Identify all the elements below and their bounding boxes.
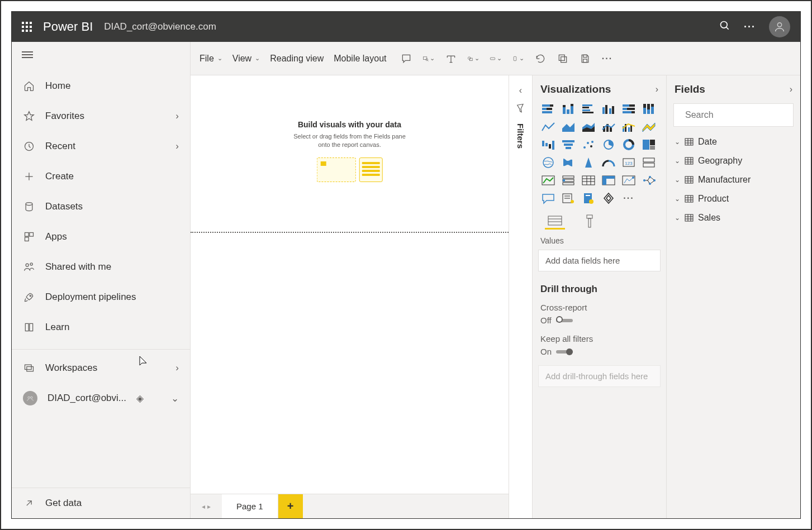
viz-stacked-area-icon[interactable] bbox=[580, 119, 597, 135]
nav-workspaces[interactable]: Workspaces › bbox=[12, 353, 190, 383]
tab-nav-arrows[interactable]: ◂ ▸ bbox=[191, 494, 222, 518]
chevron-right-icon[interactable]: › bbox=[656, 84, 658, 94]
nav-get-data[interactable]: Get data bbox=[12, 488, 190, 518]
viz-map-icon[interactable] bbox=[539, 155, 557, 170]
field-table-manufacturer[interactable]: ⌄ Manufacturer bbox=[667, 170, 800, 189]
shapes-icon[interactable]: ⌄ bbox=[467, 52, 479, 65]
viz-card-icon[interactable]: 123 bbox=[620, 155, 638, 170]
ribbon-file[interactable]: File⌄ bbox=[200, 54, 222, 64]
viz-matrix-icon[interactable] bbox=[600, 173, 618, 188]
nav-home[interactable]: Home bbox=[12, 71, 190, 101]
nav-current-workspace[interactable]: DIAD_cort@obvi... ◈ ⌄ bbox=[12, 383, 190, 413]
cross-report-toggle[interactable]: Off bbox=[540, 316, 658, 325]
viz-fields-tab[interactable] bbox=[545, 213, 565, 230]
explore-icon[interactable]: ⌄ bbox=[422, 52, 435, 65]
viz-decomposition-icon[interactable] bbox=[640, 173, 658, 188]
ribbon-more-icon[interactable]: ··· bbox=[601, 52, 614, 65]
nav-create[interactable]: Create bbox=[12, 161, 190, 192]
left-nav: Home Favorites › Recent › Create bbox=[12, 42, 191, 518]
viz-ribbon-icon[interactable] bbox=[640, 119, 658, 135]
svg-point-108 bbox=[571, 200, 574, 203]
nav-collapse-icon[interactable] bbox=[12, 42, 190, 68]
viz-filled-map-icon[interactable] bbox=[559, 155, 577, 170]
viz-slicer-icon[interactable] bbox=[559, 173, 577, 188]
viz-qa-icon[interactable] bbox=[539, 190, 557, 206]
viz-scatter-icon[interactable] bbox=[580, 137, 597, 152]
nav-pipelines[interactable]: Deployment pipelines bbox=[12, 282, 190, 312]
tab-page-1[interactable]: Page 1 bbox=[222, 494, 278, 518]
ribbon-reading-view[interactable]: Reading view bbox=[270, 54, 324, 64]
viz-clustered-bar-icon[interactable] bbox=[580, 101, 597, 117]
svg-rect-20 bbox=[514, 56, 516, 60]
viz-multi-card-icon[interactable] bbox=[640, 155, 658, 170]
nav-label: Deployment pipelines bbox=[45, 292, 136, 303]
viz-table-icon[interactable] bbox=[580, 173, 597, 188]
viz-pie-icon[interactable] bbox=[600, 137, 618, 152]
viz-powerapps-icon[interactable] bbox=[600, 190, 618, 206]
viz-100-stacked-column-icon[interactable] bbox=[640, 101, 658, 117]
report-canvas[interactable]: Build visuals with your data Select or d… bbox=[191, 75, 509, 494]
viz-format-tab[interactable] bbox=[580, 213, 600, 230]
viz-line-stacked-column-icon[interactable] bbox=[600, 119, 618, 135]
refresh-icon[interactable] bbox=[534, 52, 547, 65]
fields-search[interactable] bbox=[673, 103, 794, 127]
field-table-product[interactable]: ⌄ Product bbox=[667, 189, 800, 208]
viz-funnel-icon[interactable] bbox=[559, 137, 577, 152]
app-launcher-icon[interactable] bbox=[22, 22, 32, 32]
viz-gauge-icon[interactable] bbox=[600, 155, 618, 170]
nav-apps[interactable]: Apps bbox=[12, 222, 190, 252]
viz-area-icon[interactable] bbox=[559, 119, 577, 135]
svg-rect-119 bbox=[685, 139, 693, 145]
fields-search-input[interactable] bbox=[684, 109, 798, 121]
comment-icon[interactable] bbox=[400, 52, 412, 65]
viz-stacked-column-icon[interactable] bbox=[559, 101, 577, 117]
values-drop-well[interactable]: Add data fields here bbox=[538, 250, 661, 271]
nav-learn[interactable]: Learn bbox=[12, 312, 190, 342]
nav-recent[interactable]: Recent › bbox=[12, 131, 190, 161]
filters-pane-collapsed[interactable]: ‹ Filters bbox=[509, 75, 532, 518]
field-table-sales[interactable]: ⌄ Sales bbox=[667, 208, 800, 227]
field-table-date[interactable]: ⌄ Date bbox=[667, 132, 800, 151]
viz-kpi-icon[interactable] bbox=[539, 173, 557, 188]
more-icon[interactable]: ··· bbox=[744, 21, 756, 33]
brand-label: Power BI bbox=[43, 20, 93, 34]
viz-donut-icon[interactable] bbox=[620, 137, 638, 152]
duplicate-icon[interactable] bbox=[557, 52, 569, 65]
viz-stacked-bar-icon[interactable] bbox=[539, 101, 557, 117]
visual-interactions-icon[interactable]: ⌄ bbox=[512, 52, 524, 65]
avatar[interactable] bbox=[769, 16, 790, 37]
viz-narrative-icon[interactable] bbox=[559, 190, 577, 206]
viz-paginated-icon[interactable] bbox=[580, 190, 597, 206]
svg-rect-139 bbox=[685, 214, 693, 221]
chevron-right-icon[interactable]: › bbox=[790, 84, 792, 94]
viz-line-icon[interactable] bbox=[539, 119, 557, 135]
field-table-geography[interactable]: ⌄ Geography bbox=[667, 151, 800, 170]
ribbon-view[interactable]: View⌄ bbox=[232, 54, 260, 64]
svg-rect-6 bbox=[30, 233, 34, 237]
nav-shared[interactable]: Shared with me bbox=[12, 252, 190, 282]
nav-favorites[interactable]: Favorites › bbox=[12, 101, 190, 131]
viz-waterfall-icon[interactable] bbox=[539, 137, 557, 152]
viz-azure-map-icon[interactable] bbox=[580, 155, 597, 170]
drill-fields-drop-well[interactable]: Add drill-through fields here bbox=[538, 365, 661, 387]
chevron-right-icon: › bbox=[175, 111, 179, 122]
tab-add-button[interactable]: + bbox=[278, 494, 303, 518]
nav-datasets[interactable]: Datasets bbox=[12, 192, 190, 222]
svg-rect-134 bbox=[685, 195, 693, 202]
viz-treemap-icon[interactable] bbox=[640, 137, 658, 152]
viz-r-visual-icon[interactable] bbox=[620, 173, 638, 188]
text-box-icon[interactable] bbox=[445, 52, 457, 65]
viz-more-icon[interactable]: ··· bbox=[620, 190, 638, 206]
search-icon[interactable] bbox=[719, 20, 730, 34]
svg-point-14 bbox=[31, 397, 33, 399]
viz-100-stacked-bar-icon[interactable] bbox=[620, 101, 638, 117]
ribbon-mobile-layout[interactable]: Mobile layout bbox=[334, 54, 386, 64]
svg-rect-48 bbox=[631, 111, 635, 113]
keep-filters-toggle[interactable]: On bbox=[540, 347, 658, 356]
svg-point-2 bbox=[777, 23, 781, 27]
save-icon[interactable] bbox=[579, 52, 591, 65]
viz-clustered-column-icon[interactable] bbox=[600, 101, 618, 117]
buttons-icon[interactable]: ⌄ bbox=[490, 52, 502, 65]
viz-line-clustered-column-icon[interactable] bbox=[620, 119, 638, 135]
svg-rect-65 bbox=[542, 141, 544, 146]
